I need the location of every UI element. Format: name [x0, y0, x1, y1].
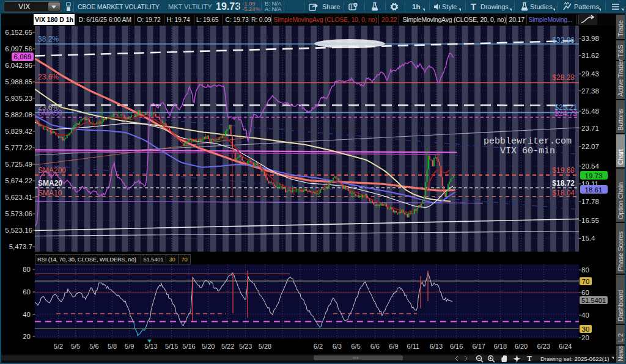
svg-text:6/3: 6/3	[333, 343, 342, 350]
svg-text:5,725.49: 5,725.49	[5, 161, 32, 168]
svg-text:6,097.56: 6,097.56	[5, 45, 32, 53]
svg-text:23.6%: 23.6%	[38, 73, 59, 81]
svg-text:80: 80	[581, 266, 589, 274]
svg-text:$19.68: $19.68	[552, 166, 575, 175]
svg-text:5/28: 5/28	[259, 343, 271, 350]
svg-text:38.2%: 38.2%	[38, 35, 59, 43]
svg-text:5,523.16: 5,523.16	[5, 227, 32, 234]
svg-text:70: 70	[582, 278, 590, 285]
svg-text:6,042.96: 6,042.96	[5, 62, 32, 69]
svg-text:$28.28: $28.28	[552, 73, 575, 82]
svg-text:6,069: 6,069	[14, 53, 32, 60]
svg-text:40: 40	[581, 311, 589, 319]
svg-text:5,473.7: 5,473.7	[9, 243, 32, 250]
svg-text:5/13: 5/13	[144, 343, 157, 350]
svg-text:33.98: 33.98	[581, 35, 599, 42]
svg-text:5,935.23: 5,935.23	[5, 95, 32, 102]
svg-text:5,573.06: 5,573.06	[5, 210, 32, 217]
svg-text:31.62: 31.62	[581, 52, 599, 59]
svg-text:17.78: 17.78	[581, 198, 599, 205]
svg-text:6/2: 6/2	[314, 343, 323, 350]
svg-text:SMA200: SMA200	[38, 166, 66, 175]
svg-text:SMA50: SMA50	[38, 109, 62, 117]
svg-text:80: 80	[23, 266, 31, 273]
svg-text:SMA20: SMA20	[38, 179, 62, 187]
svg-text:5/16: 5/16	[182, 343, 195, 350]
svg-text:60: 60	[581, 289, 589, 296]
svg-text:60: 60	[23, 288, 31, 296]
svg-text:$18.04: $18.04	[552, 189, 575, 197]
svg-text:$18.72: $18.72	[552, 179, 575, 187]
svg-text:6/13: 6/13	[430, 343, 443, 350]
svg-text:5/20: 5/20	[202, 343, 215, 350]
svg-text:40: 40	[23, 311, 31, 318]
svg-text:6/5: 6/5	[351, 343, 360, 350]
svg-text:51.5401: 51.5401	[581, 297, 606, 304]
svg-text:22.07: 22.07	[581, 143, 599, 150]
svg-text:6/6: 6/6	[370, 343, 380, 350]
svg-text:5/5: 5/5	[71, 343, 80, 350]
svg-text:SMA10: SMA10	[38, 189, 62, 197]
svg-text:27.38: 27.38	[581, 87, 599, 95]
svg-text:VIX 60-min: VIX 60-min	[500, 146, 555, 156]
svg-text:5/15: 5/15	[165, 343, 178, 350]
svg-text:5/6: 5/6	[89, 343, 98, 350]
svg-text:5/8: 5/8	[108, 343, 117, 350]
svg-text:$24.73: $24.73	[554, 109, 577, 118]
svg-text:29.43: 29.43	[581, 70, 599, 78]
svg-text:6,152.65: 6,152.65	[5, 29, 32, 36]
svg-text:$32.96: $32.96	[552, 36, 575, 45]
svg-text:15.4: 15.4	[581, 235, 595, 242]
svg-text:5,829.42: 5,829.42	[5, 128, 32, 135]
svg-text:30: 30	[582, 326, 590, 333]
svg-text:6/16: 6/16	[450, 343, 463, 350]
svg-text:18.61: 18.61	[585, 186, 603, 194]
svg-text:5,623.41: 5,623.41	[5, 194, 32, 201]
svg-text:6/24: 6/24	[559, 343, 572, 350]
svg-text:5/23: 5/23	[239, 343, 252, 350]
svg-text:5,674.22: 5,674.22	[5, 177, 32, 184]
svg-text:20: 20	[581, 334, 589, 341]
svg-text:20: 20	[23, 333, 31, 340]
svg-text:20.54: 20.54	[581, 162, 599, 170]
svg-text:6/11: 6/11	[407, 343, 420, 350]
svg-text:16.55: 16.55	[581, 217, 599, 224]
svg-text:6/18: 6/18	[494, 343, 507, 350]
svg-text:25.48: 25.48	[581, 107, 599, 115]
svg-text:6/20: 6/20	[515, 343, 528, 350]
svg-text:5,988.85: 5,988.85	[5, 78, 32, 86]
svg-text:5,882.08: 5,882.08	[5, 111, 32, 118]
svg-text:19.73: 19.73	[585, 172, 603, 180]
svg-text:6/9: 6/9	[389, 343, 398, 350]
svg-text:5/2: 5/2	[54, 343, 63, 350]
svg-text:6/23: 6/23	[537, 343, 550, 350]
svg-text:pebblewriter.com: pebblewriter.com	[484, 136, 572, 147]
svg-text:5,777.22: 5,777.22	[5, 144, 32, 151]
svg-text:5/9: 5/9	[125, 343, 134, 350]
svg-text:6/17: 6/17	[472, 343, 485, 350]
svg-text:23.71: 23.71	[581, 125, 599, 132]
svg-text:5/22: 5/22	[221, 343, 234, 350]
